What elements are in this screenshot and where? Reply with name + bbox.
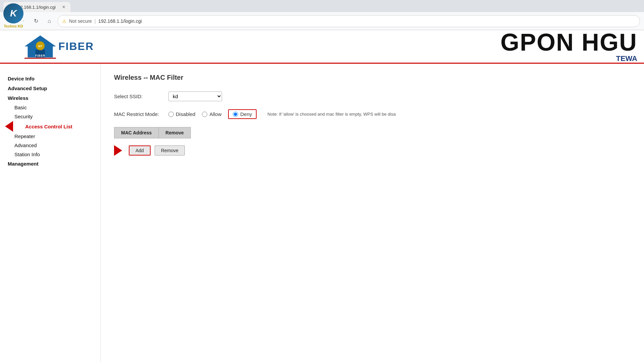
not-secure-label: Not secure <box>69 18 92 24</box>
home-button[interactable]: ⌂ <box>44 16 54 26</box>
logo-brand-text: Techno KD <box>4 24 23 28</box>
svg-rect-5 <box>24 58 56 59</box>
address-url-text: 192.168.1.1/login.cgi <box>98 18 636 24</box>
left-arrow-icon <box>5 121 13 132</box>
sidebar-item-station-info[interactable]: Station Info <box>5 150 95 159</box>
tewa-subtitle: TEWA <box>616 54 637 63</box>
radio-allow-label: Allow <box>209 111 221 117</box>
radio-disabled-input[interactable] <box>168 112 174 117</box>
sidebar-item-wireless[interactable]: Wireless <box>5 93 95 103</box>
right-arrow-icon <box>114 145 122 156</box>
radio-deny[interactable]: Deny <box>233 111 252 117</box>
ssid-select[interactable]: kd <box>168 92 222 101</box>
url-separator: | <box>95 18 96 24</box>
radio-allow[interactable]: Allow <box>202 111 221 117</box>
sidebar-item-management[interactable]: Management <box>5 159 95 169</box>
page-title: Wireless -- MAC Filter <box>114 74 631 81</box>
mac-address-table: MAC Address Remove <box>114 127 191 138</box>
address-bar[interactable]: ⚠ Not secure | 192.168.1.1/login.cgi <box>58 15 640 27</box>
logo-watermark: K Techno KD <box>3 3 23 28</box>
logo-text-area: FIBER <box>58 40 94 53</box>
radio-deny-input[interactable] <box>233 112 238 117</box>
fiber-brand-text: FIBER <box>58 40 94 53</box>
note-text: Note: If 'allow' is choosed and mac filt… <box>267 112 396 117</box>
sidebar-item-advanced[interactable]: Advanced <box>5 141 95 150</box>
radio-disabled[interactable]: Disabled <box>168 111 195 117</box>
sidebar-item-device-info[interactable]: Device Info <box>5 74 95 83</box>
security-warning-icon: ⚠ <box>62 18 66 24</box>
gpon-title: GPON HGU <box>500 30 637 54</box>
remove-header: Remove <box>159 127 191 138</box>
sidebar-item-acl[interactable]: Access Control List <box>16 122 75 131</box>
restrict-mode-row: MAC Restrict Mode: Disabled Allow Deny <box>114 109 631 119</box>
main-panel: Wireless -- MAC Filter Select SSID: kd M… <box>101 64 644 362</box>
restrict-label: MAC Restrict Mode: <box>114 111 164 117</box>
browser-tabs: K 192.168.1.1/login.cgi ✕ <box>0 0 644 12</box>
sidebar: Device Info Advanced Setup Wireless Basi… <box>0 64 101 362</box>
sidebar-active-row: Access Control List <box>5 121 95 132</box>
ssid-row: Select SSID: kd <box>114 92 631 101</box>
logo-k-circle: K <box>3 3 23 23</box>
mac-address-header: MAC Address <box>114 127 159 138</box>
remove-button[interactable]: Remove <box>155 145 185 156</box>
logo-letter: K <box>10 8 17 19</box>
add-button[interactable]: Add <box>129 145 151 156</box>
browser-chrome: K 192.168.1.1/login.cgi ✕ K Techno KD ← … <box>0 0 644 30</box>
sidebar-item-basic[interactable]: Basic <box>5 103 95 112</box>
radio-group: Disabled Allow Deny <box>168 109 257 119</box>
reload-button[interactable]: ↻ <box>31 16 41 26</box>
site-title: GPON HGU TEWA <box>500 30 644 63</box>
browser-toolbar: K Techno KD ← → ↻ ⌂ ⚠ Not secure | 192.1… <box>0 12 644 30</box>
radio-deny-label: Deny <box>240 111 252 117</box>
svg-text:FIBER: FIBER <box>35 54 45 57</box>
action-buttons-row: Add Remove <box>114 145 631 156</box>
site-header: NT FIBER FIBER GPON HGU TEWA <box>0 30 644 64</box>
svg-text:NT: NT <box>38 45 43 48</box>
ssid-label: Select SSID: <box>114 94 164 99</box>
tab-close-button[interactable]: ✕ <box>61 4 66 10</box>
page-wrapper: NT FIBER FIBER GPON HGU TEWA Device Info… <box>0 30 644 362</box>
sidebar-item-security[interactable]: Security <box>5 112 95 121</box>
fiber-logo-svg: NT FIBER <box>20 34 60 59</box>
radio-allow-input[interactable] <box>202 112 207 117</box>
sidebar-item-advanced-setup[interactable]: Advanced Setup <box>5 83 95 93</box>
deny-box: Deny <box>228 109 257 119</box>
radio-disabled-label: Disabled <box>176 111 195 117</box>
sidebar-item-repeater[interactable]: Repeater <box>5 132 95 141</box>
main-content: Device Info Advanced Setup Wireless Basi… <box>0 64 644 362</box>
site-logo: NT FIBER FIBER <box>20 34 94 59</box>
